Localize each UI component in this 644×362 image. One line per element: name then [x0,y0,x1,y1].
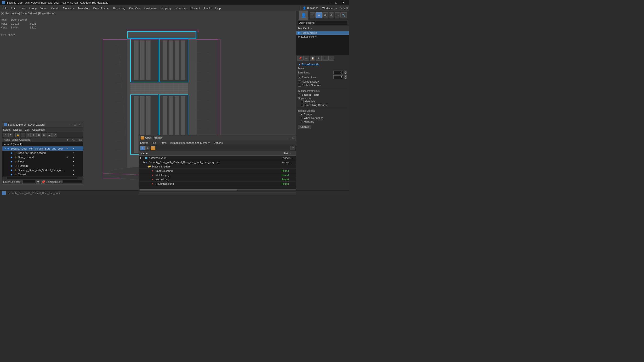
menu-content[interactable]: Content [189,6,202,10]
menu-views[interactable]: Views [38,6,49,10]
ts-iterations-down[interactable]: ▼ [344,72,347,74]
display-tab-btn[interactable]: □ [335,12,340,18]
at-help-btn[interactable]: ? [290,146,295,150]
se-expand-btn[interactable]: ⊞ [42,133,46,137]
menu-tools[interactable]: Tools [18,6,28,10]
se-item-furniture[interactable]: ◉ ◎ Furniture ● [2,164,83,168]
se-layer-explorer-tab[interactable] [22,180,36,184]
motion-tab-btn[interactable]: ⊙ [328,12,334,18]
ts-iterations-up[interactable]: ▲ [344,71,347,72]
se-scrollbar-track[interactable] [7,177,78,179]
se-filter-btn[interactable]: ▼ [8,133,13,137]
modifier-editable-poly[interactable]: Editable Poly [296,35,349,38]
minimize-button[interactable]: ─ [326,0,332,5]
ts-smoothing-checkbox[interactable] [301,104,304,106]
se-selection-input[interactable] [63,180,82,184]
menu-help[interactable]: Help [214,6,223,10]
at-row-maps-folder[interactable]: ▼ 📁 Maps / Shaders [139,164,296,169]
at-settings-btn[interactable]: ⚙ [296,146,296,150]
ts-smooth-result-checkbox[interactable]: ✓ [298,93,301,96]
mod-delete-btn[interactable]: 🗑 [316,56,322,60]
object-name-input[interactable] [298,20,347,25]
modifier-turbosmooth[interactable]: TurboSmooth [296,31,349,35]
modify-tab-btn[interactable]: ✱ [316,12,322,18]
menu-arnold[interactable]: Arnold [202,6,214,10]
signin-button[interactable]: 👤 ⚙ Sign In [300,6,320,10]
se-settings-btn[interactable]: ⚙ [52,133,57,137]
hierarchy-tab-btn[interactable]: ⊕ [322,12,328,18]
se-menu-select[interactable]: Select [3,128,10,131]
at-menu-file[interactable]: File [152,141,156,144]
maximize-button[interactable]: □ [333,0,340,5]
at-track-btn[interactable]: ≡ [145,146,150,150]
se-group-btn[interactable]: ≣ [36,133,41,137]
menu-create[interactable]: Create [49,6,61,10]
at-refresh-btn[interactable]: ↻ [140,146,145,150]
se-close-button[interactable]: ✕ [78,123,82,127]
ts-render-iters-up[interactable]: ▲ [344,75,347,77]
at-row-max-file[interactable]: ▶ ■ Security_Door_with_Vertical_Bars_and… [139,160,296,164]
se-menu-customize[interactable]: Customize [32,128,45,131]
at-menu-paths[interactable]: Paths [160,141,166,144]
at-row-roughness[interactable]: ■ Roughness.png Found [139,182,296,186]
se-layer-list-btn[interactable]: ▼ [36,180,40,184]
se-item-security-door-obj[interactable]: ◉ ◎ Security_Door_with_Vertical_Bars_and… [2,168,83,172]
menu-scripting[interactable]: Scripting [159,6,173,10]
se-menu-display[interactable]: Display [14,128,22,131]
ts-explicit-checkbox[interactable] [298,84,301,87]
viewport[interactable]: [+] [Perspective] [User Defined] [Edged … [0,11,296,195]
se-list-btn[interactable]: ≡ [26,133,31,137]
menu-rendering[interactable]: Rendering [111,6,128,10]
menu-animation[interactable]: Animation [76,6,91,10]
at-scrollbar[interactable] [139,189,296,192]
se-menu-edit[interactable]: Edit [25,128,30,131]
create-tab-btn[interactable]: + [310,12,316,18]
se-minimize-button[interactable]: ─ [68,123,72,127]
at-menu-server[interactable]: Server [140,141,148,144]
menu-civil-view[interactable]: Civil View [127,6,142,10]
menu-interactive[interactable]: Interactive [173,6,189,10]
menu-graph-editors[interactable]: Graph Editors [91,6,111,10]
at-vault-btn[interactable]: V [151,146,156,150]
at-scrollbar-thumb[interactable] [140,189,237,191]
at-maximize-button[interactable]: □ [292,136,295,140]
mod-move-down-btn[interactable]: ↓ [328,56,334,60]
se-scrollbar[interactable] [2,177,83,179]
mod-paste-btn[interactable]: 📋 [310,56,316,60]
se-item-door-second[interactable]: ◉ ◎ Door_second ❄ ● [2,155,83,159]
menu-customize[interactable]: Customize [142,6,159,10]
se-layer-pin-btn[interactable]: 📌 [41,180,45,184]
se-item-security-door-layer[interactable]: ▼ ■ Security_Door_with_Vertical_Bars_and… [2,146,83,151]
se-item-tunnel[interactable]: ◉ ◎ Tunnel ● [2,172,83,177]
at-minimize-button[interactable]: ─ [287,136,290,140]
se-options-btn[interactable]: ☰ [47,133,52,137]
se-sort-btn[interactable]: ↕ [31,133,36,137]
menu-modifiers[interactable]: Modifiers [61,6,76,10]
ts-always-radio[interactable] [300,113,303,116]
at-row-vault[interactable]: ▶ ⬤ Autodesk Vault Logged... [139,156,296,160]
ts-isoline-checkbox[interactable] [298,80,301,83]
se-item-floor[interactable]: ◉ ◎ Floor ● [2,159,83,164]
ts-when-rendering-radio[interactable] [300,117,303,119]
ts-section-header[interactable]: ▼ TurboSmooth [298,63,347,66]
se-add-btn[interactable]: + [20,133,26,137]
se-delete-btn[interactable]: ✕ [3,133,8,137]
ts-render-iters-down[interactable]: ▼ [344,77,347,79]
ts-manually-radio[interactable] [300,120,303,123]
se-maximize-button[interactable]: □ [73,123,77,127]
at-row-normal[interactable]: ■ Normal.png Found [139,177,296,182]
utilities-tab-btn[interactable]: 🔧 [341,12,347,18]
mod-move-up-btn[interactable]: ↑ [322,56,328,60]
ts-update-button[interactable]: Update [298,125,311,129]
ts-materials-checkbox[interactable] [301,100,304,103]
menu-group[interactable]: Group [27,6,38,10]
mod-pin-btn[interactable]: 📌 [297,56,303,60]
se-item-base[interactable]: ◉ ◎ Base_for_Door_second ● [2,151,83,155]
at-menu-bitmap[interactable]: Bitmap Performance and Memory [170,141,210,144]
ts-surface-params-header[interactable]: Surface Parameters [298,90,347,92]
ts-iterations-input[interactable] [334,71,343,74]
menu-file[interactable]: File [1,6,9,10]
se-item-default-layer[interactable]: ▶ ■ 0 (default) [2,142,83,146]
mod-cut-btn[interactable]: ✂ [304,56,309,60]
ts-render-iters-checkbox[interactable]: ✓ [298,76,301,79]
